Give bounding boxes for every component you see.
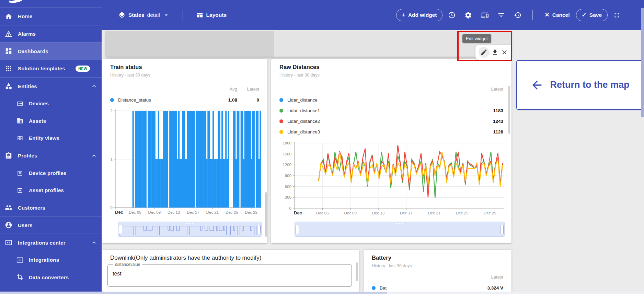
sidebar-item-integrations[interactable]: Integrations — [0, 251, 102, 269]
sidebar-item-label: Solution templates — [18, 66, 65, 71]
svg-text:1: 1 — [111, 157, 113, 161]
layers-icon — [118, 11, 126, 19]
return-to-map-button[interactable]: Return to the map — [516, 60, 643, 110]
state-value: detail — [147, 12, 160, 18]
layouts-button[interactable]: Layouts — [192, 9, 231, 21]
svg-text:600: 600 — [285, 185, 291, 189]
widget-timewindow: History - last 30 days — [110, 73, 150, 78]
svg-text:0: 0 — [111, 205, 113, 210]
widget-action-bar — [475, 45, 511, 60]
chevron-up-icon — [91, 239, 97, 246]
widget-downlink[interactable]: Downlink(Only administrators have the au… — [102, 250, 359, 292]
sidebar-item-home[interactable]: Home — [0, 8, 102, 25]
svg-text:2: 2 — [111, 109, 113, 113]
sidebar-item-asset-profiles[interactable]: Asset profiles — [0, 182, 102, 199]
edit-widget-highlight-box: Edit widget — [457, 31, 512, 61]
series-name: Bat — [380, 285, 387, 291]
widget-drag-shadow — [105, 31, 274, 57]
sidebar-item-device-profiles[interactable]: Device profiles — [0, 164, 102, 182]
version-history-button[interactable] — [510, 8, 525, 22]
states-select[interactable]: States detail — [114, 9, 174, 21]
sidebar-item-label: Devices — [29, 101, 49, 106]
sidebar-item-customers[interactable]: Customers — [0, 199, 102, 217]
sidebar-item-entity-views[interactable]: Entity views — [0, 130, 102, 147]
horizontal-scrollbar-thumb[interactable] — [0, 292, 387, 294]
raw-chart-range-selector[interactable]: ■ ■ ■ — [295, 222, 505, 237]
assets-icon — [16, 117, 23, 124]
toolbar-divider — [532, 10, 533, 20]
chevron-up-icon — [91, 83, 97, 90]
sidebar-item-label: Assets — [29, 118, 46, 124]
users-icon — [5, 221, 12, 229]
sidebar-item-data-converters[interactable]: Data converters — [0, 269, 102, 286]
series-color-dot — [372, 286, 376, 290]
widget-battery[interactable]: Battery History - last 30 days Latest Ba… — [364, 250, 511, 292]
widget-raw-distances[interactable]: Raw Distances History - last 30 days Lat… — [271, 59, 511, 243]
widget-title: Raw Distances — [279, 64, 319, 70]
series-name: Distance_status — [118, 97, 151, 103]
cancel-label: Cancel — [552, 12, 570, 18]
time-window-button[interactable] — [445, 8, 459, 22]
sidebar-item-assets[interactable]: Assets — [0, 112, 102, 130]
dashboard-settings-button[interactable] — [461, 8, 475, 22]
sidebar-item-label: Entities — [18, 83, 37, 89]
thingsboard-logo-icon — [7, 0, 24, 4]
pencil-icon — [480, 49, 487, 56]
sidebar-item-label: Device profiles — [29, 170, 67, 176]
layouts-label: Layouts — [206, 12, 227, 18]
sidebar-scrollbar-thumb[interactable] — [641, 8, 644, 117]
entity-views-icon — [16, 135, 23, 142]
sidebar-item-devices[interactable]: Devices — [0, 95, 102, 112]
fullscreen-button[interactable] — [610, 8, 624, 22]
filters-button[interactable] — [494, 8, 508, 22]
legend-item-lidar_distance[interactable]: Lidar_distance — [279, 96, 503, 104]
sidebar-item-solution-templates[interactable]: Solution templatesNEW — [0, 60, 102, 78]
entity-aliases-button[interactable] — [478, 8, 492, 22]
widget-drop-placeholder — [105, 31, 513, 57]
remove-widget-button[interactable] — [501, 49, 508, 56]
solution-templates-icon — [5, 65, 12, 72]
app-window: HomeAlarmsDashboardsSolution templatesNE… — [0, 0, 644, 294]
raw-distances-chart: 0300600900120015001800DecDec 05Dec 09Dec… — [271, 107, 511, 217]
sidebar-item-label: Integrations center — [18, 240, 66, 246]
legend-item-bat[interactable]: Bat3.324 V — [372, 284, 503, 292]
cancel-button[interactable]: ✕ Cancel — [540, 9, 574, 21]
sidebar-item-label: Asset profiles — [29, 187, 64, 193]
train-status-chart: 012DecDec 05Dec 09Dec 13Dec 17Dec 21Dec … — [102, 107, 267, 217]
sidebar-item-profiles[interactable]: Profiles — [0, 147, 102, 165]
add-widget-button[interactable]: + Add widget — [396, 9, 442, 21]
download-widget-button[interactable] — [491, 49, 498, 56]
svg-text:Dec 29: Dec 29 — [245, 210, 257, 214]
sidebar-item-alarms[interactable]: Alarms — [0, 25, 102, 43]
sidebar-item-integrations-center[interactable]: Integrations center — [0, 234, 102, 251]
sidebar-item-dashboards[interactable]: Dashboards — [0, 43, 102, 60]
widget-scrollbar-thumb[interactable] — [265, 192, 267, 237]
edit-widget-button[interactable] — [479, 47, 489, 58]
svg-text:Dec 13: Dec 13 — [372, 211, 384, 215]
range-grip[interactable]: ■ ■ ■ — [186, 223, 194, 225]
widget-train-status[interactable]: Train status History - last 30 days Avg … — [102, 59, 267, 243]
legend-header-latest: Latest — [247, 86, 259, 92]
distancevalue-input[interactable] — [113, 271, 343, 277]
sidebar-item-entities[interactable]: Entities — [0, 78, 102, 95]
svg-text:1800: 1800 — [283, 141, 291, 145]
sidebar: HomeAlarmsDashboardsSolution templatesNE… — [0, 0, 102, 294]
range-grip[interactable]: ■ ■ ■ — [396, 223, 403, 225]
sidebar-item-users[interactable]: Users — [0, 216, 102, 234]
gear-icon — [464, 11, 472, 19]
page-horizontal-scrollbar[interactable] — [0, 292, 644, 294]
legend-scrollbar-thumb[interactable] — [508, 86, 510, 134]
return-to-map-label: Return to the map — [550, 80, 629, 90]
sidebar-item-label: Entity views — [29, 135, 59, 141]
layouts-icon — [196, 11, 204, 19]
legend-item-distance_status[interactable]: Distance_status1.080 — [110, 96, 259, 104]
range-handle-left[interactable] — [119, 225, 122, 234]
save-button[interactable]: ✓ Save — [576, 9, 608, 21]
widget-scrollbar-thumb[interactable] — [356, 262, 358, 281]
train-chart-range-selector[interactable]: ■ ■ ■ — [118, 222, 262, 237]
dashboard-toolbar: States detail Layouts + Add widget ✕ — [102, 0, 644, 30]
integrations-center-icon — [5, 239, 12, 246]
range-handle-right[interactable] — [500, 225, 504, 234]
range-handle-right[interactable] — [257, 225, 261, 234]
range-handle-left[interactable] — [296, 225, 299, 234]
